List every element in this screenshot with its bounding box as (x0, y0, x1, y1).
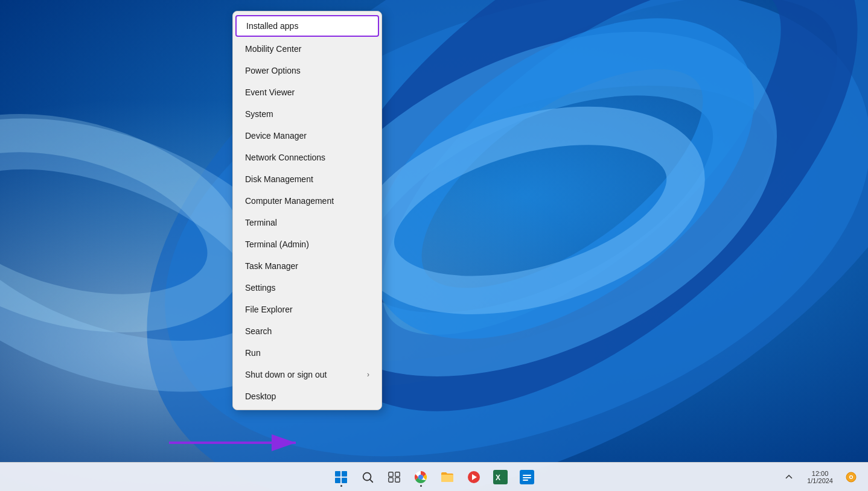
menu-item-label-terminal-admin: Terminal (Admin) (245, 239, 309, 249)
svg-point-24 (419, 475, 423, 479)
menu-item-label-settings: Settings (245, 283, 276, 293)
menu-item-settings[interactable]: Settings (233, 277, 381, 299)
menu-item-label-search: Search (245, 326, 272, 336)
menu-item-task-manager[interactable]: Task Manager (233, 255, 381, 277)
start-active-dot (340, 485, 342, 487)
menu-item-label-event-viewer: Event Viewer (245, 87, 295, 97)
context-menu: Installed appsMobility CenterPower Optio… (232, 11, 382, 410)
task-view-icon (388, 470, 401, 484)
chevron-up-icon (784, 472, 794, 482)
excel-icon: X (493, 470, 508, 484)
svg-rect-20 (389, 477, 393, 481)
menu-item-desktop[interactable]: Desktop (233, 385, 381, 407)
svg-text:X: X (496, 474, 500, 482)
chrome-button[interactable] (409, 465, 433, 489)
arrow-annotation (169, 431, 308, 455)
svg-rect-12 (335, 471, 340, 477)
menu-item-terminal[interactable]: Terminal (233, 212, 381, 233)
app-red-button[interactable] (462, 465, 486, 489)
svg-rect-31 (523, 475, 531, 476)
app-blue-icon (520, 470, 534, 484)
task-view-button[interactable] (382, 465, 406, 489)
file-explorer-button[interactable] (435, 465, 459, 489)
chrome-active-dot (420, 485, 422, 487)
svg-rect-19 (395, 472, 400, 476)
search-taskbar-icon (361, 470, 374, 484)
svg-point-9 (0, 102, 246, 344)
taskbar-center: X (329, 465, 539, 489)
menu-item-installed-apps[interactable]: Installed apps (235, 15, 379, 37)
app-red-icon (467, 470, 481, 484)
menu-item-file-explorer[interactable]: File Explorer (233, 299, 381, 320)
start-button[interactable] (329, 465, 353, 489)
menu-item-label-desktop: Desktop (245, 391, 276, 401)
file-explorer-icon (440, 470, 455, 484)
app-blue-button[interactable] (515, 465, 539, 489)
svg-rect-1 (0, 0, 868, 491)
menu-item-system[interactable]: System (233, 103, 381, 125)
svg-rect-15 (342, 478, 347, 483)
desktop: Installed appsMobility CenterPower Optio… (0, 0, 868, 491)
menu-item-label-device-manager: Device Manager (245, 131, 307, 141)
excel-button[interactable]: X (488, 465, 512, 489)
menu-item-label-file-explorer: File Explorer (245, 305, 293, 314)
svg-rect-13 (342, 471, 347, 477)
menu-item-terminal-admin[interactable]: Terminal (Admin) (233, 233, 381, 255)
system-tray: 12:00 1/1/2024 (777, 465, 863, 489)
svg-rect-25 (441, 475, 453, 482)
menu-item-label-installed-apps: Installed apps (246, 21, 298, 31)
menu-item-device-manager[interactable]: Device Manager (233, 125, 381, 147)
menu-item-label-terminal: Terminal (245, 218, 277, 227)
menu-item-computer-management[interactable]: Computer Management (233, 190, 381, 212)
menu-item-network-connections[interactable]: Network Connections (233, 147, 381, 168)
chrome-icon (413, 470, 428, 484)
menu-item-label-system: System (245, 109, 273, 119)
menu-item-label-disk-management: Disk Management (245, 174, 313, 184)
chevron-up-button[interactable] (777, 465, 801, 489)
menu-item-label-run: Run (245, 348, 261, 358)
date-display: 1/1/2024 (807, 477, 833, 484)
svg-rect-18 (389, 472, 393, 476)
notification-icon-button[interactable] (839, 465, 863, 489)
menu-item-label-computer-management: Computer Management (245, 196, 334, 206)
svg-rect-14 (335, 478, 340, 483)
svg-rect-33 (523, 480, 528, 481)
svg-rect-32 (523, 477, 531, 478)
menu-item-run[interactable]: Run (233, 342, 381, 364)
windows-logo-icon (334, 470, 348, 484)
taskbar: X 12:00 1/1/2024 (0, 462, 868, 491)
menu-item-search[interactable]: Search (233, 320, 381, 342)
svg-rect-0 (0, 0, 868, 491)
menu-item-label-power-options: Power Options (245, 66, 301, 75)
search-button[interactable] (356, 465, 380, 489)
menu-item-label-mobility-center: Mobility Center (245, 44, 301, 54)
clock-taskbar-icon (845, 471, 857, 483)
menu-item-power-options[interactable]: Power Options (233, 60, 381, 81)
arrow-icon (169, 431, 308, 455)
svg-point-36 (850, 476, 852, 478)
menu-item-label-network-connections: Network Connections (245, 153, 325, 162)
menu-item-event-viewer[interactable]: Event Viewer (233, 81, 381, 103)
svg-line-17 (370, 480, 372, 482)
clock-display[interactable]: 12:00 1/1/2024 (803, 470, 837, 484)
menu-item-arrow-shut-down: › (367, 370, 369, 379)
menu-item-label-shut-down: Shut down or sign out (245, 370, 327, 379)
menu-item-label-task-manager: Task Manager (245, 261, 298, 271)
svg-point-6 (351, 0, 774, 367)
svg-rect-21 (395, 477, 400, 481)
menu-item-shut-down[interactable]: Shut down or sign out› (233, 364, 381, 385)
menu-item-disk-management[interactable]: Disk Management (233, 168, 381, 190)
menu-item-mobility-center[interactable]: Mobility Center (233, 38, 381, 60)
time-display: 12:00 (812, 470, 829, 477)
svg-point-7 (357, 95, 704, 326)
